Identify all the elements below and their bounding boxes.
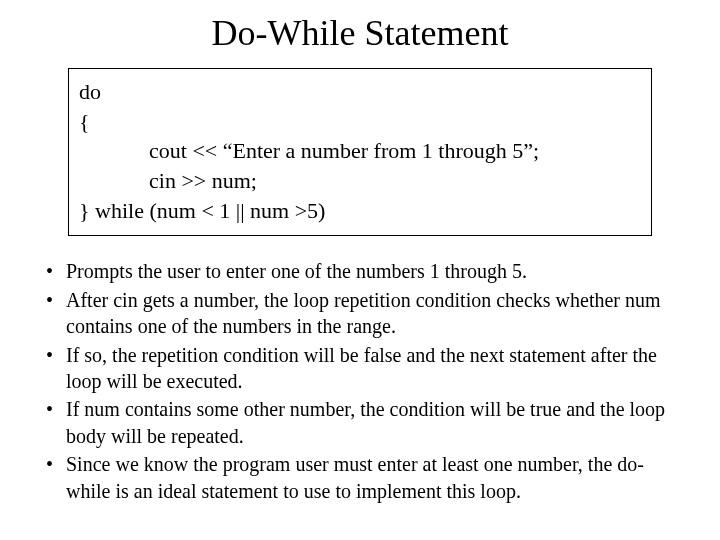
code-line-2: { [79, 107, 641, 137]
code-line-4: cin >> num; [79, 166, 641, 196]
code-text: cin >> num; [79, 166, 257, 196]
slide-title: Do-While Statement [40, 12, 680, 54]
list-item: Since we know the program user must ente… [44, 451, 680, 504]
list-item: If num contains some other number, the c… [44, 396, 680, 449]
code-line-1: do [79, 77, 641, 107]
list-item: After cin gets a number, the loop repeti… [44, 287, 680, 340]
code-line-3: cout << “Enter a number from 1 through 5… [79, 136, 641, 166]
list-item: If so, the repetition condition will be … [44, 342, 680, 395]
code-box: do { cout << “Enter a number from 1 thro… [68, 68, 652, 236]
bullet-list: Prompts the user to enter one of the num… [40, 258, 680, 504]
code-line-5: } while (num < 1 || num >5) [79, 196, 641, 226]
list-item: Prompts the user to enter one of the num… [44, 258, 680, 284]
code-text: cout << “Enter a number from 1 through 5… [79, 136, 539, 166]
slide: Do-While Statement do { cout << “Enter a… [0, 0, 720, 540]
